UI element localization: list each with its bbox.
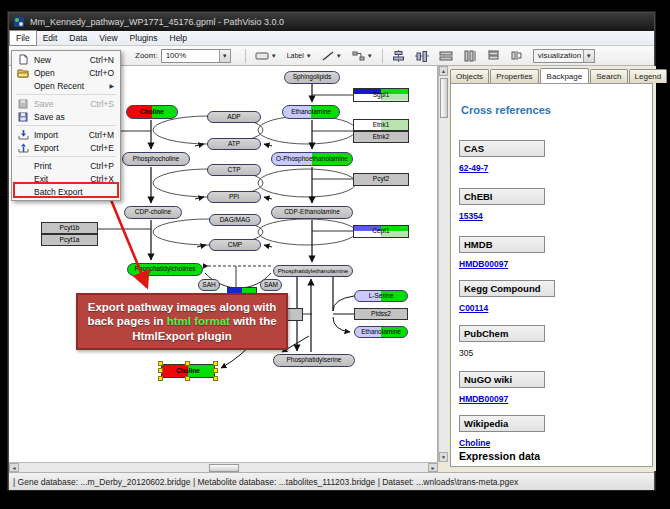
file-menu-new[interactable]: New Ctrl+N xyxy=(12,53,120,66)
selection-handle[interactable] xyxy=(213,361,218,366)
xref-link[interactable]: 62-49-7 xyxy=(459,163,488,173)
selection-handle[interactable] xyxy=(213,376,218,381)
common-height-button[interactable] xyxy=(507,48,525,64)
vertical-scrollbar[interactable]: ▲ ▼ xyxy=(438,66,448,462)
distribute-vertical-button[interactable] xyxy=(460,48,480,64)
menu-edit[interactable]: Edit xyxy=(37,31,64,45)
node-phosphatidylcholines[interactable]: Phosphatidylcholines xyxy=(127,263,203,276)
chevron-down-icon[interactable]: ▼ xyxy=(336,53,342,59)
node-cmp[interactable]: CMP xyxy=(209,239,261,251)
status-text: | Gene database: ...m_Derby_20120602.bri… xyxy=(13,477,518,487)
gene-datanode-tool-button[interactable]: ▼ xyxy=(252,48,280,64)
selection-handle[interactable] xyxy=(158,361,163,366)
line-tool-button[interactable]: ▼ xyxy=(319,48,345,64)
xref-link[interactable]: HMDB00097 xyxy=(459,394,508,404)
xref-link[interactable]: C00114 xyxy=(459,303,488,313)
node-cept1[interactable]: Cept1 xyxy=(353,225,409,238)
horizontal-scroll-thumb[interactable] xyxy=(209,464,239,472)
menu-plugins[interactable]: Plugins xyxy=(124,31,164,45)
node-pcyt1b[interactable]: Pcyt1b xyxy=(41,222,98,234)
label-tool-button[interactable]: Label ▼ xyxy=(284,48,315,64)
node-cdp-choline[interactable]: CDP-choline xyxy=(124,206,182,219)
node-choline-selected[interactable]: Choline xyxy=(161,364,215,378)
horizontal-scrollbar[interactable]: ◄ ► xyxy=(9,462,438,472)
node-phosphatidylethanolamine[interactable]: Phosphatidylethanolamine xyxy=(273,265,353,277)
node-atp[interactable]: ATP xyxy=(207,138,261,150)
distribute-horizontal-button[interactable] xyxy=(436,48,456,64)
xref-link[interactable]: Choline xyxy=(459,438,490,448)
chevron-down-icon[interactable]: ▼ xyxy=(367,53,373,59)
node-ctp[interactable]: CTP xyxy=(207,164,261,176)
zoom-combobox[interactable]: 100% ▼ xyxy=(161,49,231,63)
menu-view[interactable]: View xyxy=(93,31,123,45)
node-phosphocholine[interactable]: Phosphocholine xyxy=(122,152,190,166)
tab-legend[interactable]: Legend xyxy=(629,69,668,83)
scroll-right-icon[interactable]: ► xyxy=(428,463,438,472)
menu-data[interactable]: Data xyxy=(63,31,93,45)
selection-handle[interactable] xyxy=(158,368,163,373)
xref-value: 305 xyxy=(459,348,473,358)
node-sah[interactable]: SAH xyxy=(198,279,220,291)
node-etnk1[interactable]: Etnk1 xyxy=(353,119,409,131)
node-pcyt1a[interactable]: Pcyt1a xyxy=(41,234,98,246)
node-adp[interactable]: ADP xyxy=(207,111,261,123)
align-center-x-button[interactable] xyxy=(389,48,408,64)
selection-handle[interactable] xyxy=(158,376,163,381)
xref-link[interactable]: HMDB00097 xyxy=(459,259,508,269)
node-dag-mag[interactable]: DAG/MAG xyxy=(209,214,261,226)
menu-help[interactable]: Help xyxy=(164,31,193,45)
menu-file[interactable]: File xyxy=(9,30,37,46)
node-sgpl1[interactable]: Sgpl1 xyxy=(353,88,409,102)
tab-search[interactable]: Search xyxy=(590,69,627,83)
xref-header: ChEBI xyxy=(459,188,545,205)
file-menu-open-recent[interactable]: Open Recent ▶ xyxy=(12,79,120,92)
node-cdp-ethanolamine[interactable]: CDP-Ethanolamine xyxy=(271,206,353,219)
tab-properties[interactable]: Properties xyxy=(490,69,538,83)
chevron-down-icon[interactable]: ▼ xyxy=(271,53,277,59)
file-menu-import[interactable]: Import Ctrl+M xyxy=(12,128,120,141)
node-ptdss2[interactable]: Ptdss2 xyxy=(354,308,408,320)
visualization-combobox[interactable]: visualization ▼ xyxy=(533,49,595,63)
new-document-icon xyxy=(16,54,30,65)
connector-tool-button[interactable]: ▼ xyxy=(349,48,376,64)
menu-item-shortcut: Ctrl+P xyxy=(90,161,114,171)
node-label: Sphingolipids xyxy=(293,74,332,81)
chevron-down-icon[interactable]: ▼ xyxy=(306,53,312,59)
file-menu-export[interactable]: Export Ctrl+E xyxy=(12,141,120,154)
chevron-down-icon[interactable]: ▼ xyxy=(583,50,594,62)
scroll-left-icon[interactable]: ◄ xyxy=(9,463,19,472)
tab-objects[interactable]: Objects xyxy=(450,69,489,83)
chevron-down-icon[interactable]: ▼ xyxy=(219,50,230,62)
node-o-phosphoethanolamine[interactable]: O-Phosphoethanolamine xyxy=(271,152,353,166)
selection-handle[interactable] xyxy=(185,361,190,366)
scroll-down-icon[interactable]: ▼ xyxy=(439,452,448,462)
file-menu-save-as[interactable]: Save as xyxy=(12,110,120,123)
node-phosphatidylserine[interactable]: Phosphatidylserine xyxy=(273,354,355,367)
file-menu-print[interactable]: Print Ctrl+P xyxy=(12,159,120,172)
distribute-vertical-icon xyxy=(463,50,477,62)
node-ethanolamine-lower[interactable]: Ethanolamine xyxy=(354,326,408,338)
align-center-y-button[interactable] xyxy=(412,48,432,64)
distribute-horizontal-icon xyxy=(439,50,453,62)
node-pcyt2[interactable]: Pcyt2 xyxy=(353,173,409,186)
vertical-scroll-thumb[interactable] xyxy=(440,78,448,118)
selection-handle[interactable] xyxy=(213,368,218,373)
node-sam[interactable]: SAM xyxy=(260,279,282,291)
tab-backpage[interactable]: Backpage xyxy=(540,68,590,84)
node-ppi[interactable]: PPi xyxy=(207,191,261,203)
backpage-panel: Cross references CAS 62-49-7 ChEBI 15354… xyxy=(450,83,653,467)
selection-handle[interactable] xyxy=(185,376,190,381)
menu-separator xyxy=(16,125,116,126)
node-l-serine[interactable]: L-Serine xyxy=(354,290,408,302)
scroll-up-icon[interactable]: ▲ xyxy=(439,66,448,76)
node-sphingolipids[interactable]: Sphingolipids xyxy=(284,71,340,84)
node-choline[interactable]: Choline xyxy=(126,105,178,119)
export-icon xyxy=(16,142,30,153)
common-width-button[interactable] xyxy=(484,48,503,64)
menu-item-label: Print xyxy=(34,161,82,171)
file-menu-open[interactable]: Open Ctrl+O xyxy=(12,66,120,79)
xref-link[interactable]: 15354 xyxy=(459,211,483,221)
node-etnk2[interactable]: Etnk2 xyxy=(353,131,409,143)
file-menu-save[interactable]: Save Ctrl+S xyxy=(12,97,120,110)
node-ethanolamine[interactable]: Ethanolamine xyxy=(282,105,340,119)
